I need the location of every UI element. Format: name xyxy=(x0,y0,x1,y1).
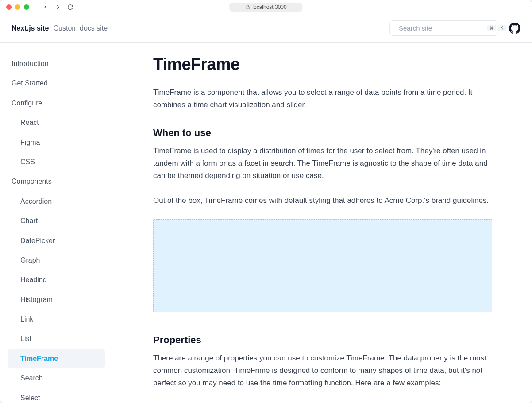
page-title: TimeFrame xyxy=(153,55,492,74)
browser-window: localhost:3000 Next.js site Custom docs … xyxy=(0,0,532,403)
section-when-to-use-heading: When to use xyxy=(153,127,492,139)
sidebar-item-introduction[interactable]: Introduction xyxy=(8,54,105,74)
url-bar[interactable]: localhost:3000 xyxy=(229,3,302,12)
section-properties-p1: There are a range of properties you can … xyxy=(153,352,492,389)
kbd-k: K xyxy=(498,25,506,31)
sidebar-item-components[interactable]: Components xyxy=(8,172,105,191)
sidebar: IntroductionGet StartedConfigureReactFig… xyxy=(0,43,113,403)
main-content: TimeFrame TimeFrame is a component that … xyxy=(113,43,532,403)
sidebar-item-timeframe[interactable]: TimeFrame xyxy=(8,349,105,368)
forward-button[interactable] xyxy=(55,4,61,10)
browser-chrome: localhost:3000 xyxy=(0,0,532,14)
search-input[interactable] xyxy=(399,24,483,32)
component-preview-placeholder xyxy=(153,219,492,312)
github-icon[interactable] xyxy=(509,23,520,34)
app-body: IntroductionGet StartedConfigureReactFig… xyxy=(0,43,532,403)
sidebar-item-react[interactable]: React xyxy=(8,113,105,132)
sidebar-item-list[interactable]: List xyxy=(8,329,105,349)
minimize-window-button[interactable] xyxy=(15,4,20,10)
app-header: Next.js site Custom docs site ⌘ K xyxy=(0,14,532,43)
browser-nav xyxy=(42,4,73,10)
sidebar-item-select[interactable]: Select xyxy=(8,388,105,403)
sidebar-item-graph[interactable]: Graph xyxy=(8,251,105,270)
sidebar-item-accordion[interactable]: Accordion xyxy=(8,192,105,211)
header-right: ⌘ K xyxy=(389,20,520,36)
sidebar-item-get-started[interactable]: Get Started xyxy=(8,74,105,93)
kbd-shortcut: ⌘ K xyxy=(487,25,506,31)
search-box[interactable]: ⌘ K xyxy=(389,20,498,36)
sidebar-item-search[interactable]: Search xyxy=(8,368,105,388)
lock-icon xyxy=(245,5,250,9)
kbd-cmd: ⌘ xyxy=(487,25,496,31)
maximize-window-button[interactable] xyxy=(24,4,29,10)
section-when-to-use-p1: TimeFrame is used to display a distribut… xyxy=(153,145,492,182)
sidebar-item-datepicker[interactable]: DatePicker xyxy=(8,231,105,251)
url-text: localhost:3000 xyxy=(252,4,286,10)
site-title[interactable]: Next.js site xyxy=(12,24,49,32)
sidebar-item-heading[interactable]: Heading xyxy=(8,270,105,290)
traffic-lights xyxy=(6,4,29,10)
section-when-to-use-p2: Out of the box, TimeFrame comes with def… xyxy=(153,194,492,207)
site-subtitle: Custom docs site xyxy=(53,24,108,32)
sidebar-item-histogram[interactable]: Histogram xyxy=(8,290,105,310)
close-window-button[interactable] xyxy=(6,4,12,10)
sidebar-item-link[interactable]: Link xyxy=(8,310,105,329)
svg-rect-0 xyxy=(246,7,250,9)
section-properties-heading: Properties xyxy=(153,334,492,346)
back-button[interactable] xyxy=(42,4,49,10)
sidebar-item-figma[interactable]: Figma xyxy=(8,133,105,152)
sidebar-item-configure[interactable]: Configure xyxy=(8,93,105,113)
reload-button[interactable] xyxy=(67,4,73,10)
page-intro: TimeFrame is a component that allows you… xyxy=(153,86,492,111)
header-left: Next.js site Custom docs site xyxy=(12,24,108,32)
sidebar-item-chart[interactable]: Chart xyxy=(8,211,105,231)
sidebar-item-css[interactable]: CSS xyxy=(8,152,105,172)
